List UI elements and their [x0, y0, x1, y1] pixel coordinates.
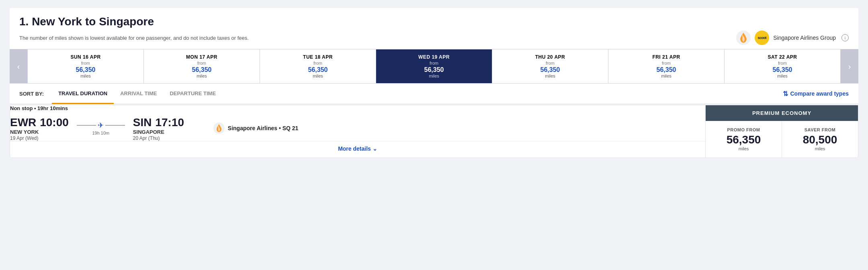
sort-options-group: SORT BY: TRAVEL DURATIONARRIVAL TIMEDEPA…: [19, 84, 222, 104]
more-details-label: More details: [338, 145, 371, 152]
singapore-airlines-logo: [736, 31, 751, 45]
sort-option-arrival-time[interactable]: ARRIVAL TIME: [114, 84, 163, 104]
from-label: from: [379, 61, 489, 65]
day-label: FRI 21 APR: [612, 54, 721, 60]
miles-unit: miles: [495, 74, 605, 78]
miles-value: 56,350: [728, 66, 837, 74]
airline-info: Singapore Airlines • SQ 21: [213, 123, 302, 134]
arrive-info: SIN 17:10 SINGAPORE 20 Apr (Thu): [133, 115, 189, 141]
miles-unit: miles: [379, 74, 489, 78]
sort-option-travel-duration[interactable]: TRAVEL DURATION: [52, 84, 114, 104]
arrive-time: SIN 17:10: [133, 115, 189, 128]
pricing-cells: PROMO FROM 56,350 miles SAVER FROM 80,50…: [706, 121, 858, 158]
pricing-header: PREMIUM ECONOMY: [706, 105, 858, 121]
from-label: from: [263, 61, 373, 65]
from-label: from: [31, 61, 140, 65]
pricing-cell-1[interactable]: SAVER FROM 80,500 miles: [782, 121, 858, 158]
miles-value: 56,350: [31, 66, 140, 74]
miles-value: 56,350: [147, 66, 256, 74]
depart-info: EWR 10:00 NEW YORK 19 Apr (Wed): [10, 115, 69, 141]
date-cell-fri21[interactable]: FRI 21 APR from 56,350 miles: [608, 49, 725, 83]
sort-option-departure-time[interactable]: DEPARTURE TIME: [163, 84, 222, 104]
line-dash-left: [77, 125, 96, 126]
miles-unit: miles: [147, 74, 256, 78]
line-dash-right: [105, 125, 125, 126]
compare-award-types-link[interactable]: ⇅ Compare award types: [783, 90, 849, 98]
airline-logo-small: [213, 123, 225, 134]
compare-label: Compare award types: [790, 90, 849, 97]
flight-type: Non stop • 19hr 10mins: [10, 105, 705, 111]
miles-unit: miles: [612, 74, 721, 78]
miles-value: 56,350: [612, 66, 721, 74]
miles-unit: miles: [728, 74, 837, 78]
depart-airport: NEW YORK: [10, 129, 69, 135]
airline-name: Singapore Airlines • SQ 21: [228, 125, 299, 131]
airline-group-name: Singapore Airlines Group: [773, 35, 836, 41]
flight-duration: 19h 10m: [92, 131, 109, 135]
flight-line-section: ✈ 19h 10m: [77, 121, 125, 135]
next-date-button[interactable]: ›: [841, 49, 858, 83]
day-label: MON 17 APR: [147, 54, 256, 60]
pricing-miles-0: 56,350: [710, 134, 777, 146]
flight-times: EWR 10:00 NEW YORK 19 Apr (Wed) ✈ 19h 10…: [10, 115, 705, 141]
date-cell-tue18[interactable]: TUE 18 APR from 56,350 miles: [260, 49, 376, 83]
pricing-type-0: PROMO FROM: [710, 127, 777, 132]
miles-unit: miles: [263, 74, 373, 78]
flight-main: Non stop • 19hr 10mins EWR 10:00 NEW YOR…: [10, 105, 705, 158]
pricing-unit-0: miles: [710, 146, 777, 151]
info-icon[interactable]: i: [841, 34, 849, 41]
prev-date-button[interactable]: ‹: [10, 49, 27, 83]
from-label: from: [495, 61, 605, 65]
date-cell-thu20[interactable]: THU 20 APR from 56,350 miles: [492, 49, 608, 83]
date-cell-sun16[interactable]: SUN 16 APR from 56,350 miles: [27, 49, 144, 83]
flight-card: Non stop • 19hr 10mins EWR 10:00 NEW YOR…: [10, 105, 858, 158]
more-details-button[interactable]: More details ⌄: [10, 141, 705, 156]
pricing-unit-1: miles: [787, 146, 853, 151]
date-selector: ‹ SUN 16 APR from 56,350 miles MON 17 AP…: [10, 49, 858, 84]
from-label: from: [147, 61, 256, 65]
pricing-miles-1: 80,500: [787, 134, 853, 146]
date-cell-sat22[interactable]: SAT 22 APR from 56,350 miles: [725, 49, 841, 83]
flight-line: ✈: [77, 121, 125, 130]
miles-value: 56,350: [495, 66, 605, 74]
date-cell-wed19[interactable]: WED 19 APR from 56,350 miles: [376, 49, 492, 83]
plane-icon: ✈: [98, 121, 104, 130]
arrive-airport: SINGAPORE: [133, 129, 189, 135]
sort-by-label: SORT BY:: [19, 84, 44, 103]
day-label: SAT 22 APR: [728, 54, 837, 60]
date-cells: SUN 16 APR from 56,350 miles MON 17 APR …: [27, 49, 841, 83]
pricing-cell-0[interactable]: PROMO FROM 56,350 miles: [706, 121, 782, 158]
sort-bar: SORT BY: TRAVEL DURATIONARRIVAL TIMEDEPA…: [10, 84, 858, 104]
day-label: TUE 18 APR: [263, 54, 373, 60]
pricing-type-1: SAVER FROM: [787, 127, 853, 132]
from-label: from: [612, 61, 721, 65]
day-label: WED 19 APR: [379, 54, 489, 60]
airline-logos-group: scoot Singapore Airlines Group i: [736, 31, 849, 45]
subtitle-text: The number of miles shown is lowest avai…: [19, 35, 249, 41]
miles-unit: miles: [31, 74, 140, 78]
chevron-down-icon: ⌄: [373, 145, 377, 152]
date-cell-mon17[interactable]: MON 17 APR from 56,350 miles: [144, 49, 260, 83]
compare-icon: ⇅: [783, 90, 788, 98]
miles-value: 56,350: [379, 66, 489, 74]
pricing-columns: PREMIUM ECONOMY PROMO FROM 56,350 miles …: [705, 105, 858, 158]
results-section: Non stop • 19hr 10mins EWR 10:00 NEW YOR…: [10, 105, 858, 158]
scoot-logo: scoot: [755, 31, 769, 45]
arrive-date: 20 Apr (Thu): [133, 135, 189, 141]
page-title: 1. New York to Singapore: [19, 15, 849, 28]
day-label: THU 20 APR: [495, 54, 605, 60]
day-label: SUN 16 APR: [31, 54, 140, 60]
depart-date: 19 Apr (Wed): [10, 135, 69, 141]
from-label: from: [728, 61, 837, 65]
depart-time: EWR 10:00: [10, 115, 69, 128]
miles-value: 56,350: [263, 66, 373, 74]
